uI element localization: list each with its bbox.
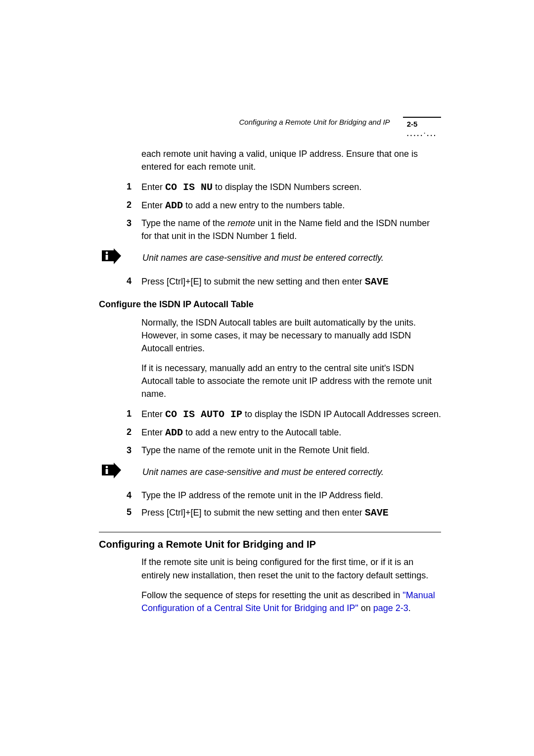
autocall-paragraph-2: If it is necessary, manually add an entr…	[141, 362, 441, 400]
step-number: 2	[127, 425, 141, 440]
header-dots: ·········	[407, 132, 437, 137]
italic-text: remote	[227, 218, 255, 228]
section-rule	[99, 532, 441, 532]
note-1: Unit names are case-sensitive and must b…	[101, 248, 441, 268]
remote-paragraph-2: Follow the sequence of steps for resetti…	[141, 589, 441, 614]
step-a-4: 4 Press [Ctrl]+[E] to submit the new set…	[127, 275, 441, 289]
svg-rect-3	[106, 469, 108, 474]
step-b-4: 4 Type the IP address of the remote unit…	[127, 489, 441, 502]
note-text: Unit names are case-sensitive and must b…	[142, 248, 384, 264]
step-b-2: 2 Enter ADD to add a new entry to the Au…	[127, 425, 441, 440]
remote-paragraph-1: If the remote site unit is being configu…	[141, 556, 441, 581]
svg-point-2	[106, 466, 108, 469]
step-text: Enter ADD to add a new entry to the numb…	[141, 198, 441, 213]
step-number: 2	[127, 198, 141, 213]
step-text: Press [Ctrl]+[E] to submit the new setti…	[141, 506, 441, 520]
step-text: Press [Ctrl]+[E] to submit the new setti…	[141, 275, 441, 289]
step-text: Type the name of the remote unit in the …	[141, 444, 441, 457]
code-text: SAVE	[365, 276, 389, 287]
step-b-3: 3 Type the name of the remote unit in th…	[127, 444, 441, 457]
step-number: 1	[127, 407, 141, 422]
heading-remote: Configuring a Remote Unit for Bridging a…	[99, 537, 441, 552]
step-number: 4	[127, 275, 141, 289]
svg-rect-1	[106, 255, 108, 260]
code-text: ADD	[165, 200, 183, 211]
code-text: ADD	[165, 427, 183, 438]
step-b-5: 5 Press [Ctrl]+[E] to submit the new set…	[127, 506, 441, 520]
step-number: 3	[127, 444, 141, 457]
step-number: 4	[127, 489, 141, 502]
running-header-page: 2-5 ·········	[403, 117, 441, 137]
page-reference-link[interactable]: page 2-3	[373, 603, 408, 613]
step-text: Enter CO IS NU to display the ISDN Numbe…	[141, 180, 441, 194]
running-header: Configuring a Remote Unit for Bridging a…	[239, 117, 441, 137]
step-b-1: 1 Enter CO IS AUTO IP to display the ISD…	[127, 407, 441, 422]
step-number: 3	[127, 217, 141, 242]
autocall-paragraph-1: Normally, the ISDN Autocall tables are b…	[141, 316, 441, 355]
intro-paragraph: each remote unit having a valid, unique …	[141, 147, 441, 173]
step-text: Enter ADD to add a new entry to the Auto…	[141, 425, 441, 440]
code-text: SAVE	[365, 507, 389, 519]
info-arrow-icon	[101, 463, 142, 482]
step-text: Enter CO IS AUTO IP to display the ISDN …	[141, 407, 441, 422]
running-header-title: Configuring a Remote Unit for Bridging a…	[239, 117, 390, 128]
step-number: 1	[127, 180, 141, 194]
note-text: Unit names are case-sensitive and must b…	[142, 463, 384, 478]
step-a-1: 1 Enter CO IS NU to display the ISDN Num…	[127, 180, 441, 194]
step-number: 5	[127, 506, 141, 520]
page-number: 2-5	[407, 120, 418, 128]
note-2: Unit names are case-sensitive and must b…	[101, 463, 441, 482]
code-text: CO IS NU	[165, 182, 213, 193]
heading-autocall: Configure the ISDN IP Autocall Table	[99, 298, 441, 311]
info-arrow-icon	[101, 248, 142, 268]
step-a-3: 3 Type the name of the remote unit in th…	[127, 217, 441, 242]
code-text: CO IS AUTO IP	[165, 409, 242, 420]
step-text: Type the IP address of the remote unit i…	[141, 489, 441, 502]
step-text: Type the name of the remote unit in the …	[141, 217, 441, 242]
svg-point-0	[106, 252, 108, 254]
step-a-2: 2 Enter ADD to add a new entry to the nu…	[127, 198, 441, 213]
